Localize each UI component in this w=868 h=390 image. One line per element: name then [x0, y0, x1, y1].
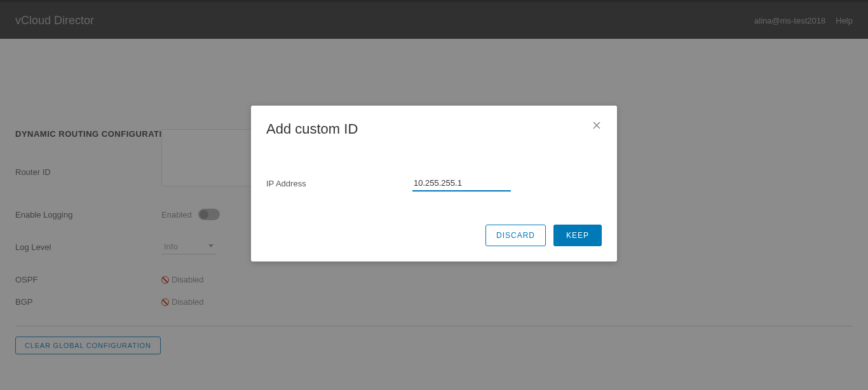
ip-address-label: IP Address	[266, 179, 412, 188]
keep-button[interactable]: KEEP	[553, 225, 602, 246]
modal-body: IP Address	[251, 137, 617, 212]
add-custom-id-modal: Add custom ID IP Address DISCARD KEEP	[251, 106, 617, 261]
modal-header: Add custom ID	[251, 106, 617, 137]
ip-address-input[interactable]	[412, 176, 511, 192]
modal-footer: DISCARD KEEP	[251, 212, 617, 261]
close-icon[interactable]	[592, 121, 602, 131]
discard-button[interactable]: DISCARD	[485, 225, 546, 246]
ip-address-row: IP Address	[266, 176, 602, 192]
modal-title: Add custom ID	[266, 121, 358, 137]
